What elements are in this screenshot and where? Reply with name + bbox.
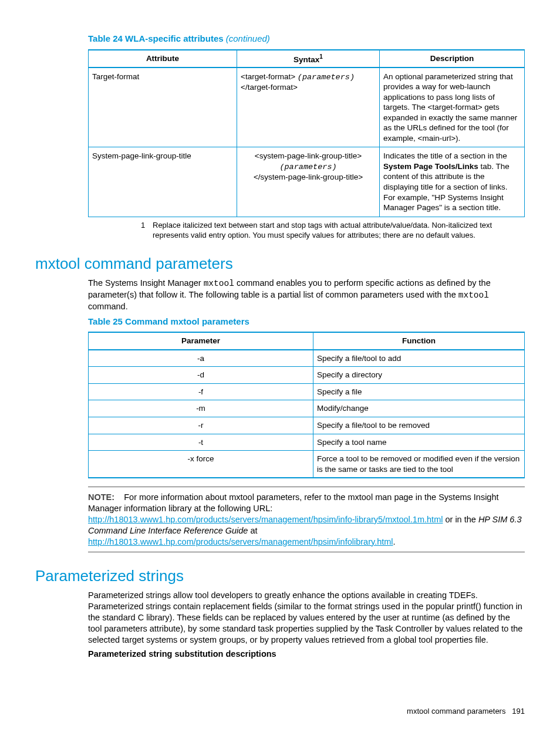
table24: Attribute Syntax1 Description Target-for… — [88, 49, 525, 217]
cell-attr: System-page-link-group-title — [89, 147, 237, 217]
note-label: NOTE: — [88, 492, 114, 502]
paramstrings-paragraph: Parameterized strings allow tool develop… — [88, 590, 525, 645]
table24-footnote: 1Replace italicized text between start a… — [88, 221, 525, 241]
table-row: Target-format <target-format> (parameter… — [89, 67, 525, 147]
cell-syntax: <target-format> (parameters) </target-fo… — [237, 67, 380, 147]
th-attribute: Attribute — [89, 50, 237, 67]
table-row: -x forceForce a tool to be removed or mo… — [89, 451, 525, 478]
table-row: -dSpecify a directory — [89, 367, 525, 384]
cell-desc: An optional parameterized string that pr… — [380, 67, 525, 147]
table24-continued: (continued) — [226, 33, 270, 43]
cell-syntax: <system-page-link-group-title> (paramete… — [237, 147, 380, 217]
cell-attr: Target-format — [89, 67, 237, 147]
paramstrings-subhead: Parameterized string substitution descri… — [88, 649, 525, 660]
table-row: -tSpecify a tool name — [89, 434, 525, 451]
table25: Parameter Function -aSpecify a file/tool… — [88, 332, 525, 478]
table-row: System-page-link-group-title <system-pag… — [89, 147, 525, 217]
table-row: -fSpecify a file — [89, 383, 525, 400]
page-footer: mxtool command parameters 191 — [35, 707, 525, 717]
note-link-1[interactable]: http://h18013.www1.hp.com/products/serve… — [88, 515, 443, 524]
table-row: -mModify/change — [89, 400, 525, 417]
table25-caption: Table 25 Command mxtool parameters — [88, 316, 525, 328]
section-paramstrings-heading: Parameterized strings — [35, 566, 525, 586]
cell-desc: Indicates the title of a section in the … — [380, 147, 525, 217]
th-function: Function — [313, 332, 525, 350]
table24-caption-text: Table 24 WLA-specific attributes — [88, 33, 224, 43]
th-description: Description — [380, 50, 525, 67]
th-syntax: Syntax1 — [237, 50, 380, 67]
table-row: -aSpecify a file/tool to add — [89, 350, 525, 367]
th-parameter: Parameter — [89, 332, 313, 350]
table24-caption: Table 24 WLA-specific attributes (contin… — [88, 33, 525, 45]
note-link-2[interactable]: http://h18013.www1.hp.com/products/serve… — [88, 537, 393, 546]
section-mxtool-heading: mxtool command parameters — [35, 254, 525, 274]
mxtool-paragraph: The Systems Insight Manager mxtool comma… — [88, 278, 525, 312]
table-row: -rSpecify a file/tool to be removed — [89, 417, 525, 434]
note-block: NOTE: For more information about mxtool … — [88, 487, 525, 552]
